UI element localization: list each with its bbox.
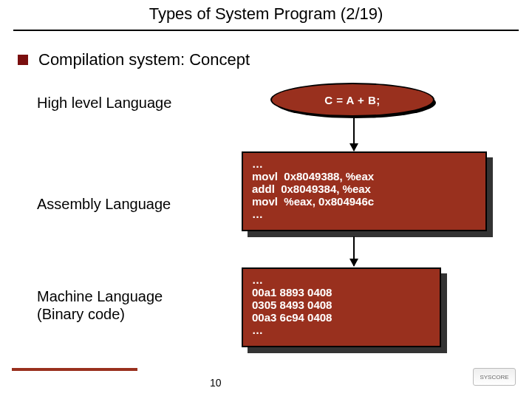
label-machine: Machine Language (Binary code) xyxy=(37,287,163,323)
slide-title: Types of System Program (2/19) xyxy=(0,4,532,24)
logo-badge: SYSCORE xyxy=(473,368,516,386)
arrow-head-icon xyxy=(349,143,358,151)
arrow-2 xyxy=(353,236,355,266)
footer-accent xyxy=(12,368,137,371)
page-number: 10 xyxy=(210,377,222,389)
label-high-level: High level Language xyxy=(37,95,171,112)
high-level-code: C = A + B; xyxy=(324,94,381,106)
machine-code: … 00a1 8893 0408 0305 8493 0408 00a3 6c9… xyxy=(242,267,441,347)
arrow-1 xyxy=(353,118,355,151)
high-level-box: C = A + B; xyxy=(270,83,436,118)
bullet-icon xyxy=(18,55,28,65)
bullet-row: Compilation system: Concept xyxy=(18,50,250,69)
assembly-code: … movl 0x8049388, %eax addl 0x8049384, %… xyxy=(242,151,487,231)
arrow-head-icon xyxy=(349,259,358,267)
title-divider xyxy=(13,30,519,31)
bullet-text: Compilation system: Concept xyxy=(38,50,250,69)
label-assembly: Assembly Language xyxy=(37,196,171,213)
ellipse: C = A + B; xyxy=(270,83,434,117)
